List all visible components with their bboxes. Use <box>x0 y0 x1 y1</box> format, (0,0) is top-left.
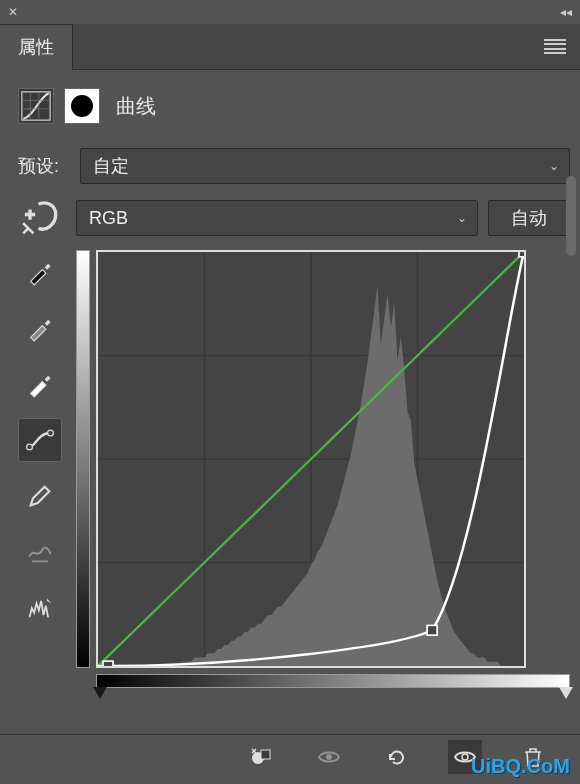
tab-properties[interactable]: 属性 <box>0 24 73 70</box>
black-point-slider[interactable] <box>93 687 107 699</box>
svg-point-21 <box>326 754 332 760</box>
svg-point-6 <box>48 430 54 436</box>
curve-grid[interactable] <box>96 250 526 668</box>
eyedropper-white-icon[interactable] <box>18 362 62 406</box>
curves-icon[interactable] <box>18 88 54 124</box>
preset-dropdown[interactable]: 自定 ⌄ <box>80 148 570 184</box>
tool-column <box>18 250 66 688</box>
preset-row: 预设: 自定 ⌄ <box>18 148 570 184</box>
adjustment-type-label: 曲线 <box>116 93 156 120</box>
panel-menu-icon[interactable] <box>544 39 566 55</box>
auto-label: 自动 <box>511 208 547 228</box>
curve-area <box>18 250 570 688</box>
white-point-slider[interactable] <box>559 687 573 699</box>
curve-draw-icon[interactable] <box>18 418 62 462</box>
bottom-bar: UiBQ.CoM <box>0 734 580 778</box>
channel-value: RGB <box>89 208 128 229</box>
channel-dropdown[interactable]: RGB ⌄ <box>76 200 478 236</box>
pencil-icon[interactable] <box>18 474 62 518</box>
tab-bar: 属性 <box>0 24 580 70</box>
curve-wrap <box>76 250 570 688</box>
chevron-down-icon: ⌄ <box>457 211 467 225</box>
chevron-down-icon: ⌄ <box>549 159 559 173</box>
clip-to-layer-icon[interactable] <box>244 740 278 774</box>
channel-row: RGB ⌄ 自动 <box>18 200 570 236</box>
svg-rect-18 <box>519 252 524 257</box>
output-gradient <box>76 250 90 668</box>
previous-state-icon[interactable] <box>448 740 482 774</box>
svg-rect-16 <box>103 661 113 666</box>
svg-rect-20 <box>261 750 270 759</box>
preset-value: 自定 <box>93 154 129 178</box>
trash-icon[interactable] <box>516 740 550 774</box>
histogram-clip-icon[interactable] <box>18 586 62 630</box>
layer-mask-thumb[interactable] <box>64 88 100 124</box>
svg-point-22 <box>462 754 468 760</box>
close-icon[interactable]: ✕ <box>8 5 18 19</box>
eyedropper-black-icon[interactable] <box>18 250 62 294</box>
adjustment-type-row: 曲线 <box>18 88 570 124</box>
input-gradient <box>96 674 570 688</box>
scrollbar-thumb[interactable] <box>566 176 576 256</box>
visibility-icon[interactable] <box>312 740 346 774</box>
tab-label: 属性 <box>18 35 54 59</box>
panel-content: 曲线 预设: 自定 ⌄ RGB ⌄ 自动 <box>0 70 580 698</box>
reset-icon[interactable] <box>380 740 414 774</box>
svg-rect-17 <box>427 625 437 635</box>
properties-panel: ✕ ◂◂ 属性 曲线 预设: 自定 ⌄ <box>0 0 580 784</box>
collapse-icon[interactable]: ◂◂ <box>560 5 572 19</box>
eyedropper-gray-icon[interactable] <box>18 306 62 350</box>
auto-button[interactable]: 自动 <box>488 200 570 236</box>
titlebar: ✕ ◂◂ <box>0 0 580 24</box>
hand-target-icon[interactable] <box>18 200 66 236</box>
preset-label: 预设: <box>18 154 70 178</box>
svg-point-5 <box>27 444 33 450</box>
smooth-icon <box>18 530 62 574</box>
